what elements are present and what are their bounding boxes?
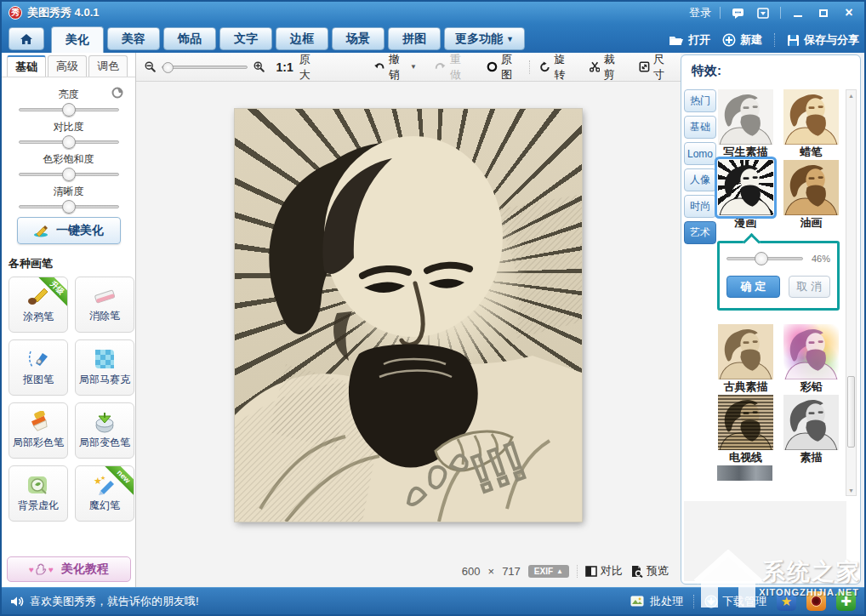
- compare-button[interactable]: 对比: [585, 563, 623, 579]
- magic-pen-button[interactable]: ★★ 魔幻笔 new: [75, 465, 134, 522]
- tab-basic-adjust[interactable]: 基础: [7, 55, 46, 77]
- effect-classical-sketch[interactable]: 古典素描: [717, 324, 774, 395]
- effect-strength-slider[interactable]: [726, 257, 803, 260]
- strength-value: 46%: [808, 254, 830, 264]
- tab-advanced-adjust[interactable]: 高级: [48, 55, 87, 77]
- save-share-button[interactable]: 保存与分享: [787, 32, 859, 48]
- category-basic[interactable]: 基础: [684, 116, 716, 139]
- category-portrait[interactable]: 人像: [684, 168, 716, 191]
- zoom-slider-handle[interactable]: [162, 62, 174, 73]
- tab-scenes[interactable]: 场景: [332, 27, 385, 50]
- brightness-slider[interactable]: [19, 108, 119, 111]
- scrollbar-thumb[interactable]: [847, 376, 855, 448]
- tab-collage[interactable]: 拼图: [388, 27, 441, 50]
- meitu-star-app-icon[interactable]: ★: [777, 591, 796, 611]
- open-button[interactable]: 打开: [669, 32, 710, 48]
- mosaic-pen-button[interactable]: 局部马赛克: [75, 339, 134, 396]
- stamp-icon: [33, 224, 50, 237]
- reset-icon[interactable]: [111, 87, 123, 101]
- effects-scrollbar[interactable]: ▲ ▼: [846, 89, 857, 496]
- recolor-pen-button[interactable]: 局部变色笔: [75, 402, 134, 459]
- new-button[interactable]: 新建: [722, 32, 762, 48]
- view-original-button[interactable]: 原图: [487, 52, 520, 83]
- tab-color-adjust[interactable]: 调色: [88, 55, 128, 77]
- partial-color-pen-button[interactable]: 局部彩色笔: [9, 402, 68, 459]
- tab-more-features[interactable]: 更多功能▼: [444, 27, 525, 50]
- contrast-slider[interactable]: [19, 140, 119, 144]
- download-manager-button[interactable]: 下载管理: [704, 594, 766, 609]
- edited-photo[interactable]: !!!: [235, 109, 582, 522]
- nav-divider: [774, 33, 775, 47]
- effect-comic[interactable]: 漫画: [717, 160, 774, 231]
- tab-makeup[interactable]: 美容: [107, 27, 160, 50]
- effect-strength-box: 46% 确 定 取 消: [717, 241, 840, 311]
- category-lomo[interactable]: Lomo: [684, 142, 716, 165]
- login-link[interactable]: 登录: [689, 5, 711, 20]
- eraser-icon: [92, 286, 117, 306]
- slider-handle[interactable]: [62, 168, 76, 181]
- maximize-button[interactable]: [815, 6, 832, 20]
- sharpness-slider[interactable]: [19, 205, 119, 208]
- tab-text[interactable]: 文字: [219, 27, 272, 50]
- plus-icon: [722, 33, 736, 47]
- tab-frames[interactable]: 边框: [276, 27, 328, 50]
- resize-button[interactable]: 尺寸: [639, 52, 672, 83]
- exif-button[interactable]: EXIF▲: [528, 565, 569, 578]
- effect-sketch-drawing[interactable]: 写生素描: [717, 89, 774, 160]
- zoom-out-icon[interactable]: [145, 60, 156, 73]
- background-blur-button[interactable]: 背景虚化: [9, 465, 68, 522]
- minimize-button[interactable]: [789, 6, 806, 20]
- slider-handle[interactable]: [62, 200, 76, 214]
- feedback-icon[interactable]: [729, 6, 746, 20]
- cancel-button[interactable]: 取 消: [789, 276, 830, 298]
- confirm-button[interactable]: 确 定: [726, 276, 780, 298]
- zoom-in-icon[interactable]: [254, 60, 265, 73]
- dimension-separator: ×: [488, 565, 495, 578]
- scroll-down-arrow[interactable]: ▼: [846, 485, 856, 495]
- category-hot[interactable]: 热门: [684, 89, 716, 112]
- meitu-camera-app-icon[interactable]: [806, 591, 826, 611]
- sharpness-slider-group: 清晰度: [2, 185, 135, 208]
- effect-thumbnail-partial[interactable]: [717, 465, 772, 481]
- skin-switch-icon[interactable]: [755, 6, 772, 20]
- compare-icon: [585, 566, 597, 577]
- close-button[interactable]: ×: [840, 6, 857, 20]
- effect-color-pencil[interactable]: 彩铅: [783, 324, 840, 395]
- tab-beautify[interactable]: 美化: [51, 26, 104, 53]
- slider-handle[interactable]: [62, 103, 76, 117]
- scroll-up-arrow[interactable]: ▲: [846, 90, 856, 100]
- doodle-pen-button[interactable]: 涂鸦笔 升级: [9, 277, 68, 333]
- redo-button[interactable]: 重做: [435, 52, 469, 83]
- resize-icon: [639, 60, 650, 73]
- home-icon: [20, 33, 33, 45]
- rotate-button[interactable]: 旋转: [539, 52, 573, 83]
- chevron-down-icon: ▼: [410, 63, 417, 71]
- paint-bucket-icon: [93, 411, 117, 433]
- tab-accessories[interactable]: 饰品: [163, 27, 216, 50]
- category-fashion[interactable]: 时尚: [684, 195, 716, 218]
- effect-sketch[interactable]: 素描: [783, 395, 840, 465]
- zoom-slider[interactable]: [162, 66, 248, 69]
- rotate-icon: [539, 60, 550, 73]
- batch-process-button[interactable]: 批处理: [630, 594, 683, 609]
- undo-button[interactable]: 撤销▼: [373, 52, 417, 83]
- effect-crayon[interactable]: 蜡笔: [783, 89, 840, 160]
- cutout-pen-button[interactable]: 抠图笔: [9, 339, 68, 396]
- category-art[interactable]: 艺术: [684, 221, 716, 244]
- meitu-plus-app-icon[interactable]: ✚: [836, 591, 856, 611]
- one-click-beautify-button[interactable]: 一键美化: [17, 217, 121, 244]
- slider-handle[interactable]: [62, 135, 76, 149]
- effect-tv-lines[interactable]: 电视线: [717, 395, 774, 465]
- saturation-slider[interactable]: [19, 173, 119, 176]
- beautify-tutorial-button[interactable]: ♥ ♥ 美化教程: [7, 556, 131, 582]
- comic-portrait: !!!: [235, 109, 582, 522]
- actual-size-label[interactable]: 原大: [299, 52, 319, 83]
- zoom-ratio[interactable]: 1:1: [276, 60, 293, 74]
- preview-button[interactable]: 预览: [630, 563, 669, 579]
- undo-icon: [373, 61, 385, 72]
- crop-button[interactable]: 裁剪: [590, 52, 623, 83]
- home-button[interactable]: [9, 27, 44, 50]
- strength-slider-handle[interactable]: [755, 252, 768, 265]
- eraser-pen-button[interactable]: 消除笔: [75, 277, 134, 333]
- effect-oil-painting[interactable]: 油画: [783, 160, 840, 231]
